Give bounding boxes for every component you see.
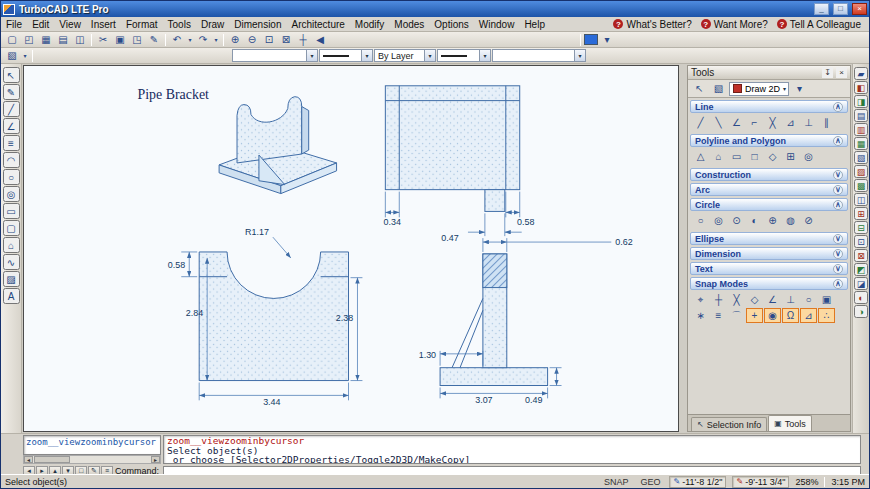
snap-nearest-button[interactable]: + [746, 308, 763, 323]
strip-tool-button[interactable]: ⊟ [854, 221, 868, 234]
zoom-extents-button[interactable]: ⊠ [278, 33, 294, 47]
strip-tool-button[interactable]: ◑ [854, 305, 868, 318]
menu-edit[interactable]: Edit [27, 18, 54, 31]
drawing-canvas[interactable]: .geo { stroke:#3e6ca6; stroke-width:1; }… [23, 65, 679, 432]
close-panel-icon[interactable]: × [836, 67, 847, 78]
dim-top-wall[interactable]: 0.34 [384, 192, 401, 228]
strip-tool-button[interactable]: ▧ [854, 151, 868, 164]
circle-double-button[interactable]: ◎ [710, 213, 727, 228]
line-width-combo[interactable]: ▾ [319, 49, 373, 62]
dim-side-top-width[interactable]: 0.62 [483, 237, 633, 252]
scroll-thumb[interactable] [34, 456, 70, 463]
strip-tool-button[interactable]: ▤ [854, 109, 868, 122]
strip-tool-button[interactable]: ⊠ [854, 249, 868, 262]
new-button[interactable]: ▢ [4, 33, 20, 47]
snap-center-button[interactable]: ○ [800, 292, 817, 307]
scroll-right-icon[interactable]: ▸ [151, 456, 160, 463]
snap-grid-button[interactable]: ▣ [818, 292, 835, 307]
section-header-dimension[interactable]: Dimension ∨ [690, 247, 848, 260]
redo-button[interactable]: ↷ [195, 33, 211, 47]
menu-modify[interactable]: Modify [350, 18, 389, 31]
layer-combo[interactable]: ▾ [232, 49, 318, 62]
rectangle-tool-button[interactable]: ▭ [3, 203, 20, 219]
scroll-left-icon[interactable]: ◂ [24, 456, 33, 463]
perpendicular-line-button[interactable]: ⊥ [800, 115, 817, 130]
dim-side-offset[interactable]: 1.30 [419, 350, 483, 366]
history-entry[interactable]: zoom__viewzoominbycursor [26, 437, 156, 447]
save-button[interactable]: ▦ [38, 33, 54, 47]
minimize-button[interactable]: _ [814, 3, 829, 15]
snap-extension-button[interactable]: ∴ [818, 308, 835, 323]
pin-icon[interactable]: ↧ [822, 67, 833, 78]
inscribed-polygon-button[interactable]: ◎ [800, 149, 817, 164]
side-view[interactable] [440, 254, 548, 386]
whats-better-link[interactable]: ?What's Better? [613, 19, 691, 30]
line-button[interactable]: ╱ [692, 115, 709, 130]
strip-tool-button[interactable]: ⊞ [854, 207, 868, 220]
strip-tool-button[interactable]: ◨ [854, 95, 868, 108]
history-scrollbar[interactable]: ◂ ▸ [23, 455, 161, 464]
tell-a-colleague-link[interactable]: ?Tell A Colleague [777, 19, 861, 30]
bounded-polygon-button[interactable]: ⊞ [782, 149, 799, 164]
menu-modes[interactable]: Modes [389, 18, 429, 31]
segment-button[interactable]: ╲ [710, 115, 727, 130]
undo-dropdown[interactable]: ▾ [186, 33, 194, 47]
color-swatch[interactable] [584, 34, 598, 45]
strip-tool-button[interactable]: ▥ [854, 123, 868, 136]
parallel-line-button[interactable]: ∥ [818, 115, 835, 130]
polygon-tool-button[interactable]: ⌂ [3, 237, 20, 253]
layer-button[interactable]: ▧ [4, 49, 20, 63]
front-view[interactable] [199, 252, 348, 381]
snap-intersection-button[interactable]: ╳ [728, 292, 745, 307]
section-header-text[interactable]: Text ∨ [690, 262, 848, 275]
circle-diameter-button[interactable]: ⊘ [800, 213, 817, 228]
snap-quadrant-button[interactable]: ◇ [746, 292, 763, 307]
rounded-rectangle-tool-button[interactable]: ▢ [3, 220, 20, 236]
menu-options[interactable]: Options [429, 18, 473, 31]
menu-tools[interactable]: Tools [163, 18, 196, 31]
strip-tool-button[interactable]: ▰ [854, 67, 868, 80]
close-button[interactable]: × [852, 3, 867, 15]
menu-insert[interactable]: Insert [86, 18, 121, 31]
undo-button[interactable]: ↶ [169, 33, 185, 47]
zoom-in-button[interactable]: ⊕ [227, 33, 243, 47]
strip-tool-button[interactable]: ◫ [854, 193, 868, 206]
angle-line-button[interactable]: ∠ [728, 115, 745, 130]
open-button[interactable]: ◰ [21, 33, 37, 47]
coordinate-x-field[interactable]: ✎ -11'-8 1/2" [669, 476, 726, 488]
menu-dimension[interactable]: Dimension [229, 18, 286, 31]
strip-tool-button[interactable]: ▨ [854, 165, 868, 178]
snap-perpendicular-button[interactable]: ⊥ [782, 292, 799, 307]
pentagon-button[interactable]: ⌂ [710, 149, 727, 164]
section-header-line[interactable]: Line ∧ [690, 100, 848, 113]
coordinate-y-field[interactable]: ✎ -9'-11 3/4" [732, 476, 789, 488]
strip-tool-button[interactable]: ◧ [854, 81, 868, 94]
panel-palette-button[interactable]: ▧ [710, 81, 727, 96]
copy-button[interactable]: ▣ [112, 33, 128, 47]
snap-midpoint-button[interactable]: ┼ [710, 292, 727, 307]
section-header-arc[interactable]: Arc ∨ [690, 183, 848, 196]
layer-dropdown[interactable]: ▾ [21, 49, 29, 63]
snap-node-button[interactable]: ◉ [764, 308, 781, 323]
strip-tool-button[interactable]: ⊡ [854, 235, 868, 248]
snap-toggle[interactable]: SNAP [601, 477, 632, 487]
snap-vertex-button[interactable]: ⌖ [692, 292, 709, 307]
tab-tools[interactable]: ▣ Tools [768, 415, 812, 431]
menu-draw[interactable]: Draw [196, 18, 229, 31]
arc-tool-button[interactable]: ◠ [3, 152, 20, 168]
offset-line-button[interactable]: ⌐ [746, 115, 763, 130]
polyline-tool-button[interactable]: ∠ [3, 118, 20, 134]
circle-point-button[interactable]: ⊙ [728, 213, 745, 228]
snap-angle-button[interactable]: ∠ [764, 292, 781, 307]
cross-line-button[interactable]: ╳ [764, 115, 781, 130]
strip-tool-button[interactable]: ◪ [854, 277, 868, 290]
spline-tool-button[interactable]: ∿ [3, 254, 20, 270]
line-tool-button[interactable]: ╱ [3, 101, 20, 117]
zoom-window-button[interactable]: ⊡ [261, 33, 277, 47]
geo-toggle[interactable]: GEO [637, 477, 663, 487]
panel-options-button[interactable]: ▾ [791, 81, 808, 96]
text-tool-button[interactable]: A [3, 288, 20, 304]
print-button[interactable]: ▤ [55, 33, 71, 47]
panel-select-button[interactable]: ↖ [691, 81, 708, 96]
dim-radius[interactable]: R1.17 [245, 227, 291, 258]
